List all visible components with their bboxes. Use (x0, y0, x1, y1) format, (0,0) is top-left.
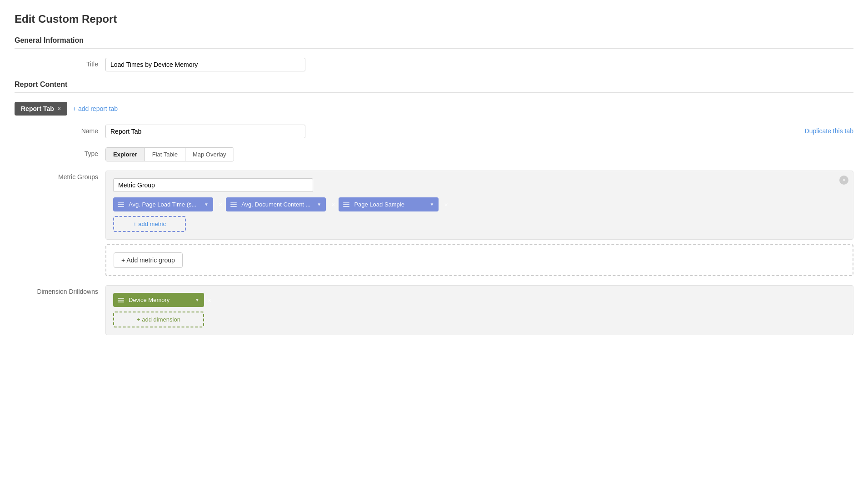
general-information-title: General Information (15, 36, 853, 45)
metric-group-close-icon: × (842, 177, 845, 183)
active-tab-label: Report Tab (21, 105, 54, 112)
report-content-divider (15, 92, 853, 93)
add-metric-button[interactable]: + add metric (113, 216, 186, 232)
dimension-drilldowns-content: Device Memory ▼ × + add dimension (105, 285, 853, 335)
metric-groups-label: Metric Groups (15, 171, 105, 181)
metric-group-box: × Avg. Page Load Time (s... ▼ × (105, 171, 853, 240)
dim-drag-line-1 (118, 298, 124, 299)
metric-chip-2[interactable]: Avg. Document Content ... ▼ (226, 197, 326, 211)
metric-2-drag-handle[interactable] (230, 202, 239, 207)
add-dimension-button[interactable]: + add dimension (113, 312, 204, 327)
name-row: Name Duplicate this tab (15, 125, 853, 138)
metric-group-name-input[interactable] (113, 178, 313, 192)
drag-line-1 (230, 202, 237, 203)
title-row: Title (15, 58, 853, 71)
tabs-row: Report Tab × + add report tab (15, 102, 853, 116)
metric-2-dropdown-icon[interactable]: ▼ (317, 202, 321, 207)
type-explorer-button[interactable]: Explorer (106, 148, 145, 161)
metric-3-dropdown-icon[interactable]: ▼ (429, 202, 434, 207)
type-content: Explorer Flat Table Map Overlay (105, 147, 853, 161)
drag-line-2 (118, 204, 124, 205)
dimension-1-close-icon[interactable]: × (208, 297, 211, 304)
dimension-drilldowns-row: Dimension Drilldowns Device Memory ▼ × (15, 285, 853, 335)
metric-2-label: Avg. Document Content ... (241, 201, 314, 208)
type-button-group: Explorer Flat Table Map Overlay (105, 147, 234, 161)
report-content-title: Report Content (15, 80, 853, 89)
dimension-drilldowns-label: Dimension Drilldowns (15, 285, 105, 295)
add-metric-group-button[interactable]: + Add metric group (114, 252, 183, 268)
metric-3-drag-handle[interactable] (343, 202, 351, 207)
metric-groups-row: Metric Groups × Avg. Page Load (15, 171, 853, 276)
title-label: Title (15, 58, 105, 68)
metric-3-label: Page Load Sample (354, 201, 427, 208)
title-content (105, 58, 853, 71)
metric-2-close-icon[interactable]: × (331, 201, 335, 208)
metric-chip-3[interactable]: Page Load Sample ▼ (339, 197, 439, 211)
metric-3-close-icon[interactable]: × (444, 201, 448, 208)
type-row: Type Explorer Flat Table Map Overlay (15, 147, 853, 161)
name-label: Name (15, 125, 105, 135)
general-divider (15, 48, 853, 49)
metric-1-dropdown-icon[interactable]: ▼ (204, 202, 209, 207)
type-map-overlay-button[interactable]: Map Overlay (185, 148, 234, 161)
title-input[interactable] (105, 58, 305, 71)
dimension-1-label: Device Memory (129, 297, 192, 303)
drag-line-1 (343, 202, 349, 203)
dimension-chips-row: Device Memory ▼ × (113, 293, 846, 307)
type-label: Type (15, 147, 105, 157)
metric-1-label: Avg. Page Load Time (s... (129, 201, 201, 208)
dimension-1-drag-handle[interactable] (118, 298, 126, 302)
dim-drag-line-2 (118, 300, 124, 301)
dimension-chip-1[interactable]: Device Memory ▼ (113, 293, 204, 307)
add-report-tab-link[interactable]: + add report tab (73, 105, 118, 112)
drag-line-1 (118, 202, 124, 203)
page-title: Edit Custom Report (15, 13, 853, 25)
type-flat-table-button[interactable]: Flat Table (145, 148, 185, 161)
active-tab-close[interactable]: × (58, 106, 61, 112)
drag-line-3 (118, 206, 124, 207)
metric-chip-1[interactable]: Avg. Page Load Time (s... ▼ (113, 197, 213, 211)
dim-drag-line-3 (118, 302, 124, 302)
drag-line-2 (230, 204, 237, 205)
name-content: Duplicate this tab (105, 125, 853, 138)
metrics-row: Avg. Page Load Time (s... ▼ × Avg. Docum… (113, 197, 846, 211)
duplicate-tab-link[interactable]: Duplicate this tab (805, 125, 853, 135)
metric-group-close-button[interactable]: × (839, 176, 848, 185)
metric-1-close-icon[interactable]: × (219, 201, 222, 208)
metric-groups-area: × Avg. Page Load Time (s... ▼ × (105, 171, 853, 276)
dimension-1-dropdown-icon[interactable]: ▼ (195, 297, 200, 302)
add-metric-group-box: + Add metric group (105, 244, 853, 276)
drag-line-2 (343, 204, 349, 205)
dimension-area: Device Memory ▼ × + add dimension (105, 285, 853, 335)
drag-line-3 (343, 206, 349, 207)
metric-1-drag-handle[interactable] (118, 202, 126, 207)
tab-name-input[interactable] (105, 125, 305, 138)
active-tab[interactable]: Report Tab × (15, 102, 67, 116)
drag-line-3 (230, 206, 237, 207)
